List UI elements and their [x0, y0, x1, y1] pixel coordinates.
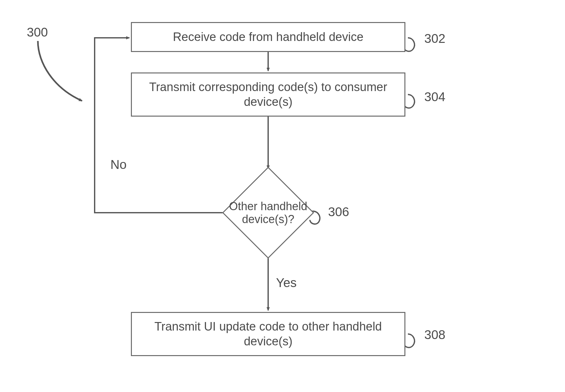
step-302-text: Receive code from handheld device [173, 30, 363, 45]
figure-ref-300: 300 [27, 25, 48, 39]
step-transmit-codes: Transmit corresponding code(s) to consum… [131, 72, 405, 117]
step-308-ref: 308 [424, 328, 445, 342]
step-304-ref: 304 [424, 90, 445, 104]
branch-yes-label: Yes [276, 276, 297, 290]
flowchart-canvas: 300 Receive code from handheld device 30… [0, 0, 565, 392]
step-308-text: Transmit UI update code to other handhel… [138, 319, 398, 349]
step-302-ref: 302 [424, 32, 445, 46]
step-304-text: Transmit corresponding code(s) to consum… [138, 80, 398, 110]
decision-other-device: Other handheld device(s)? [224, 169, 312, 257]
branch-no-label: No [110, 158, 127, 172]
step-receive-code: Receive code from handheld device [131, 22, 405, 52]
step-306-ref: 306 [328, 205, 349, 219]
step-transmit-ui-update: Transmit UI update code to other handhel… [131, 312, 405, 356]
step-306-text: Other handheld device(s)? [224, 169, 312, 257]
